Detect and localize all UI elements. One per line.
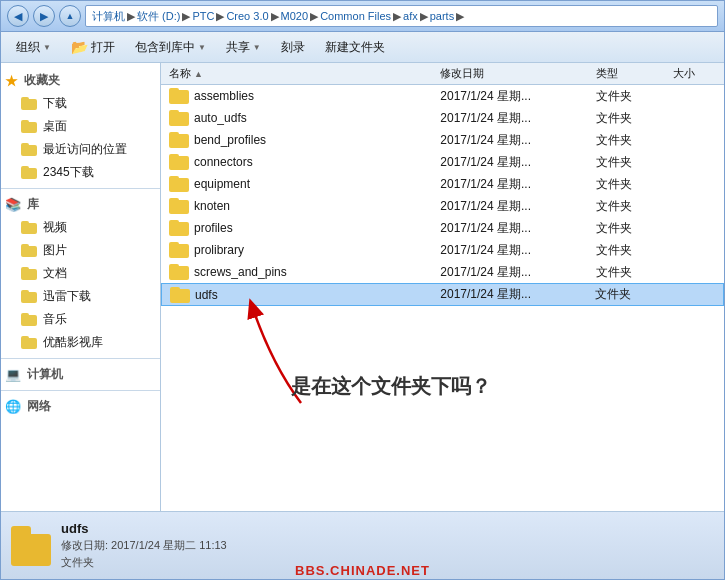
sidebar-item-thunder[interactable]: 迅雷下载 bbox=[1, 285, 160, 308]
file-date-cell: 2017/1/24 星期... bbox=[432, 110, 587, 127]
file-name-cell: auto_udfs bbox=[161, 110, 432, 126]
sidebar-item-pictures[interactable]: 图片 bbox=[1, 239, 160, 262]
folder-icon bbox=[170, 287, 190, 303]
folder-icon bbox=[169, 176, 189, 192]
watermark: BBS.CHINADE.NET bbox=[295, 563, 430, 578]
sidebar-divider-2 bbox=[1, 358, 160, 359]
status-folder-icon bbox=[11, 526, 51, 566]
include-library-button[interactable]: 包含到库中 ▼ bbox=[126, 35, 215, 59]
path-afx[interactable]: afx bbox=[403, 10, 418, 22]
file-name-cell: connectors bbox=[161, 154, 432, 170]
status-bar: udfs 修改日期: 2017/1/24 星期二 11:13 文件夹 BBS.C… bbox=[1, 511, 724, 579]
sidebar-divider-1 bbox=[1, 188, 160, 189]
folder-icon bbox=[169, 154, 189, 170]
file-date-cell: 2017/1/24 星期... bbox=[432, 154, 587, 171]
file-date-cell: 2017/1/24 星期... bbox=[432, 176, 587, 193]
forward-button[interactable]: ▶ bbox=[33, 5, 55, 27]
sidebar-favorites-header: ★ 收藏夹 bbox=[1, 69, 160, 92]
folder-open-icon: 📂 bbox=[71, 39, 88, 55]
path-m020[interactable]: M020 bbox=[281, 10, 309, 22]
sidebar-item-desktop[interactable]: 桌面 bbox=[1, 115, 160, 138]
annotation-question: 是在这个文件夹下吗？ bbox=[291, 373, 491, 400]
folder-icon bbox=[21, 97, 37, 110]
path-computer[interactable]: 计算机 bbox=[92, 9, 125, 24]
path-ptc[interactable]: PTC bbox=[192, 10, 214, 22]
file-type-cell: 文件夹 bbox=[588, 110, 666, 127]
sidebar-item-video[interactable]: 视频 bbox=[1, 216, 160, 239]
column-header: 名称 ▲ 修改日期 类型 大小 bbox=[161, 63, 724, 85]
path-common[interactable]: Common Files bbox=[320, 10, 391, 22]
sidebar-item-documents[interactable]: 文档 bbox=[1, 262, 160, 285]
toolbar: 组织 ▼ 📂 打开 包含到库中 ▼ 共享 ▼ 刻录 新建文件夹 bbox=[1, 32, 724, 63]
col-date[interactable]: 修改日期 bbox=[432, 66, 587, 81]
folder-icon bbox=[169, 198, 189, 214]
folder-icon bbox=[21, 267, 37, 280]
sidebar-item-download[interactable]: 下载 bbox=[1, 92, 160, 115]
status-folder-type: 文件夹 bbox=[61, 555, 227, 570]
folder-icon bbox=[21, 143, 37, 156]
file-type-cell: 文件夹 bbox=[588, 132, 666, 149]
path-drive[interactable]: 软件 (D:) bbox=[137, 9, 180, 24]
new-folder-button[interactable]: 新建文件夹 bbox=[316, 35, 394, 59]
up-button[interactable]: ▲ bbox=[59, 5, 81, 27]
col-size[interactable]: 大小 bbox=[665, 66, 724, 81]
file-name-cell: prolibrary bbox=[161, 242, 432, 258]
sort-arrow-icon: ▲ bbox=[194, 69, 203, 79]
folder-icon bbox=[169, 88, 189, 104]
file-type-cell: 文件夹 bbox=[588, 176, 666, 193]
table-row[interactable]: auto_udfs 2017/1/24 星期... 文件夹 bbox=[161, 107, 724, 129]
table-row[interactable]: bend_profiles 2017/1/24 星期... 文件夹 bbox=[161, 129, 724, 151]
open-button[interactable]: 📂 打开 bbox=[62, 35, 124, 59]
status-info: udfs 修改日期: 2017/1/24 星期二 11:13 文件夹 bbox=[61, 521, 227, 570]
sidebar-item-2345[interactable]: 2345下载 bbox=[1, 161, 160, 184]
table-row[interactable]: assemblies 2017/1/24 星期... 文件夹 bbox=[161, 85, 724, 107]
table-row[interactable]: prolibrary 2017/1/24 星期... 文件夹 bbox=[161, 239, 724, 261]
file-date-cell: 2017/1/24 星期... bbox=[432, 264, 587, 281]
folder-icon bbox=[21, 313, 37, 326]
organize-button[interactable]: 组织 ▼ bbox=[7, 35, 60, 59]
file-type-cell: 文件夹 bbox=[588, 242, 666, 259]
folder-icon bbox=[21, 221, 37, 234]
file-name-cell: equipment bbox=[161, 176, 432, 192]
folder-icon bbox=[21, 336, 37, 349]
status-folder-meta: 修改日期: 2017/1/24 星期二 11:13 bbox=[61, 538, 227, 553]
sidebar-item-music[interactable]: 音乐 bbox=[1, 308, 160, 331]
table-row[interactable]: knoten 2017/1/24 星期... 文件夹 bbox=[161, 195, 724, 217]
table-row[interactable]: udfs 2017/1/24 星期... 文件夹 bbox=[161, 283, 724, 306]
back-button[interactable]: ◀ bbox=[7, 5, 29, 27]
burn-button[interactable]: 刻录 bbox=[272, 35, 314, 59]
sidebar-network-header[interactable]: 🌐 网络 bbox=[1, 395, 160, 418]
folder-icon bbox=[21, 166, 37, 179]
address-bar[interactable]: 计算机 ▶ 软件 (D:) ▶ PTC ▶ Creo 3.0 ▶ M020 ▶ … bbox=[85, 5, 718, 27]
title-bar: ◀ ▶ ▲ 计算机 ▶ 软件 (D:) ▶ PTC ▶ Creo 3.0 ▶ M… bbox=[1, 1, 724, 32]
star-icon: ★ bbox=[5, 73, 18, 89]
computer-icon: 💻 bbox=[5, 367, 21, 382]
path-parts[interactable]: parts bbox=[430, 10, 454, 22]
share-button[interactable]: 共享 ▼ bbox=[217, 35, 270, 59]
table-row[interactable]: equipment 2017/1/24 星期... 文件夹 bbox=[161, 173, 724, 195]
folder-icon bbox=[21, 244, 37, 257]
sidebar-item-youku[interactable]: 优酷影视库 bbox=[1, 331, 160, 354]
sidebar-item-recent[interactable]: 最近访问的位置 bbox=[1, 138, 160, 161]
path-creo[interactable]: Creo 3.0 bbox=[226, 10, 268, 22]
sidebar: ★ 收藏夹 下载 桌面 最近访问的位置 2345下载 📚 bbox=[1, 63, 161, 511]
file-type-cell: 文件夹 bbox=[588, 264, 666, 281]
file-date-cell: 2017/1/24 星期... bbox=[432, 132, 587, 149]
table-row[interactable]: profiles 2017/1/24 星期... 文件夹 bbox=[161, 217, 724, 239]
file-rows-container: assemblies 2017/1/24 星期... 文件夹 auto_udfs… bbox=[161, 85, 724, 306]
file-date-cell: 2017/1/24 星期... bbox=[432, 220, 587, 237]
file-date-cell: 2017/1/24 星期... bbox=[432, 88, 587, 105]
table-row[interactable]: connectors 2017/1/24 星期... 文件夹 bbox=[161, 151, 724, 173]
col-type[interactable]: 类型 bbox=[588, 66, 666, 81]
sidebar-library-header: 📚 库 bbox=[1, 193, 160, 216]
file-type-cell: 文件夹 bbox=[588, 88, 666, 105]
folder-icon bbox=[21, 120, 37, 133]
file-date-cell: 2017/1/24 星期... bbox=[432, 198, 587, 215]
file-type-cell: 文件夹 bbox=[587, 286, 665, 303]
file-name-cell: bend_profiles bbox=[161, 132, 432, 148]
table-row[interactable]: screws_and_pins 2017/1/24 星期... 文件夹 bbox=[161, 261, 724, 283]
folder-icon bbox=[169, 242, 189, 258]
col-name[interactable]: 名称 ▲ bbox=[161, 66, 432, 81]
file-list-area: 名称 ▲ 修改日期 类型 大小 assemblies 2017/1/24 星期.… bbox=[161, 63, 724, 511]
sidebar-computer-header[interactable]: 💻 计算机 bbox=[1, 363, 160, 386]
